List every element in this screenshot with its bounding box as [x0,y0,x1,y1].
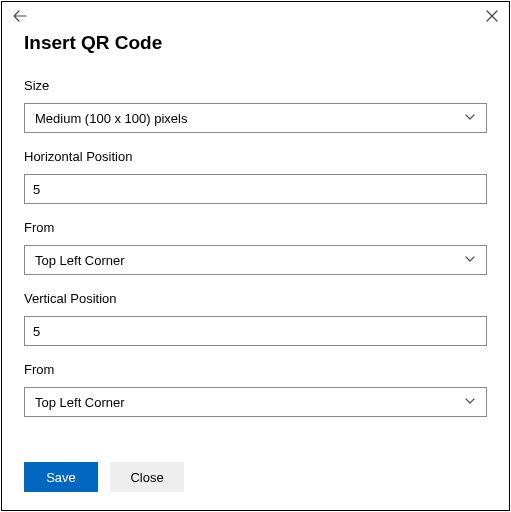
save-button[interactable]: Save [24,462,98,492]
close-button[interactable]: Close [110,462,184,492]
hpos-value: 5 [33,182,40,197]
dialog-window: Insert QR Code Size Medium (100 x 100) p… [1,1,510,511]
back-icon[interactable] [12,8,28,24]
from2-value: Top Left Corner [35,395,125,410]
size-value: Medium (100 x 100) pixels [35,111,187,126]
size-label: Size [24,78,487,93]
titlebar [2,2,509,24]
dialog-footer: Save Close [2,462,509,510]
dialog-content: Insert QR Code Size Medium (100 x 100) p… [2,24,509,462]
hpos-label: Horizontal Position [24,149,487,164]
from1-select[interactable]: Top Left Corner [24,245,487,275]
chevron-down-icon [464,111,476,126]
vpos-label: Vertical Position [24,291,487,306]
vpos-value: 5 [33,324,40,339]
page-title: Insert QR Code [24,32,487,54]
vpos-input[interactable]: 5 [24,316,487,346]
from1-label: From [24,220,487,235]
chevron-down-icon [464,253,476,268]
from2-label: From [24,362,487,377]
hpos-input[interactable]: 5 [24,174,487,204]
from1-value: Top Left Corner [35,253,125,268]
chevron-down-icon [464,395,476,410]
close-icon[interactable] [485,9,499,23]
size-select[interactable]: Medium (100 x 100) pixels [24,103,487,133]
from2-select[interactable]: Top Left Corner [24,387,487,417]
